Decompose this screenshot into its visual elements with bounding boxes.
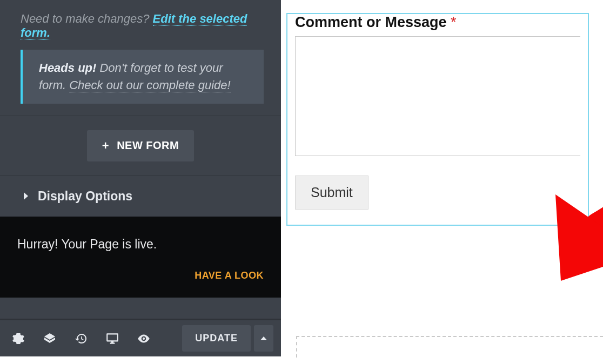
drop-zone[interactable] — [296, 336, 603, 358]
heads-up-label: Heads up! — [39, 61, 96, 75]
monitor-icon[interactable] — [105, 331, 120, 346]
new-form-label: NEW FORM — [117, 139, 179, 152]
prompt-section: Need to make changes? Edit the selected … — [0, 0, 281, 50]
required-star: * — [451, 14, 457, 30]
eye-icon[interactable] — [136, 331, 151, 346]
complete-guide-link[interactable]: Check out our complete guide! — [69, 78, 230, 92]
display-options-toggle[interactable]: Display Options — [0, 176, 281, 217]
heads-up-box: Heads up! Don't forget to test your form… — [21, 50, 264, 104]
gear-icon[interactable] — [11, 331, 26, 346]
have-a-look-link[interactable]: HAVE A LOOK — [17, 270, 264, 281]
history-icon[interactable] — [73, 331, 89, 346]
update-group: UPDATE — [182, 325, 273, 352]
live-notice-text: Hurray! Your Page is live. — [17, 237, 264, 252]
caret-up-icon — [260, 336, 267, 340]
plus-icon: + — [102, 139, 109, 153]
new-form-button[interactable]: + NEW FORM — [87, 130, 194, 161]
editor-sidebar: Need to make changes? Edit the selected … — [0, 0, 281, 356]
field-label-text: Comment or Message — [295, 14, 451, 30]
page-canvas: Comment or Message * Submit — [281, 0, 603, 364]
caret-right-icon — [24, 192, 28, 200]
form-widget[interactable]: Comment or Message * Submit — [286, 13, 589, 226]
new-form-section: + NEW FORM — [0, 116, 281, 176]
display-options-label: Display Options — [38, 189, 132, 204]
page-live-notice: Hurray! Your Page is live. HAVE A LOOK — [0, 217, 281, 298]
submit-button[interactable]: Submit — [295, 176, 368, 210]
update-options-button[interactable] — [254, 325, 273, 352]
update-button[interactable]: UPDATE — [182, 325, 251, 352]
prompt-text: Need to make changes? — [21, 12, 153, 25]
bottom-toolbar: UPDATE — [0, 319, 281, 356]
message-textarea[interactable] — [295, 36, 580, 156]
field-label: Comment or Message * — [295, 14, 580, 31]
layers-icon[interactable] — [42, 331, 57, 346]
